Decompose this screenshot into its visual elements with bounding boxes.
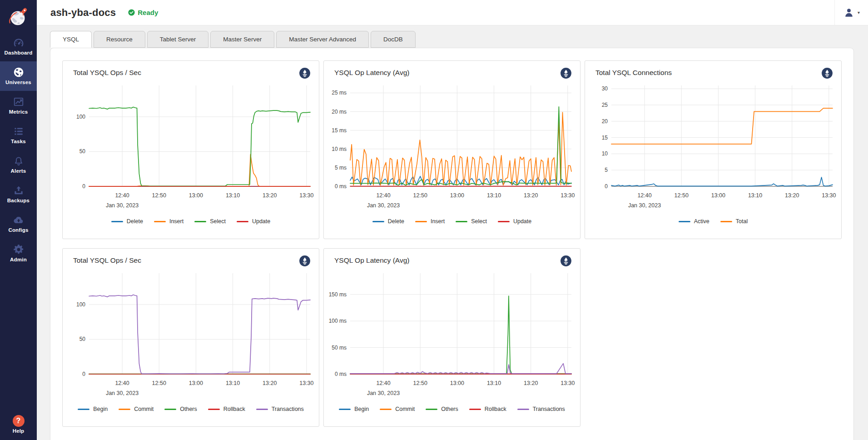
legend-swatch [78,409,89,410]
svg-text:13:30: 13:30 [822,192,836,199]
legend-swatch [119,409,130,410]
legend-item-transactions[interactable]: Transactions [256,406,304,412]
alerts-bell-icon [13,155,25,167]
svg-text:15 ms: 15 ms [332,127,347,134]
sidebar-item-tasks[interactable]: Tasks [0,120,37,150]
sidebar-item-label: Alerts [11,168,26,174]
prometheus-icon[interactable] [560,255,572,269]
svg-text:13:00: 13:00 [711,192,725,199]
svg-text:13:20: 13:20 [263,380,277,386]
legend-label: Update [513,218,531,225]
legend-item-begin[interactable]: Begin [339,406,369,412]
chart-plot-area[interactable]: 05010012:4012:5013:0013:1013:2013:30Jan … [67,269,314,404]
legend-item-insert[interactable]: Insert [154,218,184,225]
tasks-list-icon [13,125,25,137]
prometheus-icon[interactable] [299,67,311,81]
chevron-down-icon: ▾ [858,10,860,15]
legend-item-others[interactable]: Others [164,406,197,412]
chart-plot[interactable]: 05101520253012:4012:5013:0013:1013:2013:… [590,81,837,216]
yugabyte-logo[interactable] [0,0,37,32]
svg-text:12:50: 12:50 [675,192,689,199]
legend-item-update[interactable]: Update [498,218,531,225]
svg-text:12:50: 12:50 [413,380,427,386]
tab-tablet-server[interactable]: Tablet Server [147,31,209,48]
sidebar-item-dashboard[interactable]: Dashboard [0,32,37,61]
legend-swatch [194,221,206,222]
svg-text:13:00: 13:00 [450,192,464,199]
legend-item-update[interactable]: Update [237,218,270,225]
prometheus-icon[interactable] [821,67,833,81]
chart-panel: Total YSQL Connections 05101520253012:40… [585,60,842,239]
tab-master-server-advanced[interactable]: Master Server Advanced [276,31,369,48]
metrics-chart-icon [13,96,25,108]
svg-text:12:50: 12:50 [413,192,427,199]
svg-text:12:40: 12:40 [376,192,390,199]
prometheus-icon[interactable] [560,67,572,81]
legend-item-transactions[interactable]: Transactions [517,406,565,412]
legend-label: Rollback [485,406,506,412]
legend-item-commit[interactable]: Commit [119,406,154,412]
legend-item-rollback[interactable]: Rollback [469,406,506,412]
tab-master-server[interactable]: Master Server [210,31,274,48]
legend-label: Commit [134,406,154,412]
chart-plot[interactable]: 0 ms50 ms100 ms150 ms12:4012:5013:0013:1… [328,269,575,404]
chart-plot[interactable]: 05010012:4012:5013:0013:1013:2013:30Jan … [67,81,314,216]
user-menu[interactable]: ▾ [834,0,868,25]
svg-text:15: 15 [602,135,608,141]
tab-docdb[interactable]: DocDB [371,31,416,48]
svg-text:100 ms: 100 ms [329,318,347,324]
tab-ysql[interactable]: YSQL [50,31,92,48]
svg-text:0: 0 [605,183,608,190]
legend-item-select[interactable]: Select [456,218,487,225]
chart-legend: BeginCommitOthersRollbackTransactions [67,406,314,412]
legend-label: Others [180,406,197,412]
chart-plot-area[interactable]: 05101520253012:4012:5013:0013:1013:2013:… [590,81,837,216]
chart-plot-area[interactable]: 0 ms5 ms10 ms15 ms20 ms25 ms12:4012:5013… [328,81,575,216]
sidebar-item-alerts[interactable]: Alerts [0,150,37,180]
legend-item-active[interactable]: Active [679,218,709,225]
prometheus-icon[interactable] [299,255,311,269]
legend-label: Delete [127,218,143,225]
legend-item-delete[interactable]: Delete [372,218,404,225]
sidebar-item-help[interactable]: ? Help [13,410,25,440]
legend-label: Insert [431,218,445,225]
legend-item-select[interactable]: Select [194,218,226,225]
chart-panel: YSQL Op Latency (Avg) 0 ms5 ms10 ms15 ms… [323,60,580,239]
sidebar-item-metrics[interactable]: Metrics [0,91,37,120]
sidebar-item-universes[interactable]: Universes [0,61,37,91]
sidebar-item-label: Tasks [11,139,26,144]
main-content: YSQLResourceTablet ServerMaster ServerMa… [37,25,868,440]
svg-text:0 ms: 0 ms [335,371,347,377]
svg-text:13:20: 13:20 [524,380,538,386]
legend-item-others[interactable]: Others [426,406,458,412]
legend-item-delete[interactable]: Delete [111,218,143,225]
chart-plot[interactable]: 05010012:4012:5013:0013:1013:2013:30Jan … [67,269,314,404]
sidebar-item-admin[interactable]: Admin [0,239,37,268]
legend-item-total[interactable]: Total [720,218,748,225]
sidebar-item-configs[interactable]: Configs [0,209,37,239]
status-label: Ready [138,9,158,16]
legend-item-rollback[interactable]: Rollback [208,406,245,412]
svg-text:0 ms: 0 ms [335,183,347,190]
svg-text:13:20: 13:20 [524,192,538,199]
legend-item-begin[interactable]: Begin [78,406,108,412]
chart-plot[interactable]: 0 ms5 ms10 ms15 ms20 ms25 ms12:4012:5013… [328,81,575,216]
legend-swatch [498,221,510,222]
legend-label: Commit [395,406,415,412]
universe-globe-icon [13,66,25,78]
legend-item-commit[interactable]: Commit [380,406,415,412]
status-badge: Ready [128,9,158,16]
legend-item-insert[interactable]: Insert [415,218,445,225]
svg-text:13:30: 13:30 [299,380,313,386]
tab-content-card: Total YSQL Ops / Sec 05010012:4012:5013:… [50,48,854,440]
svg-text:13:00: 13:00 [189,380,203,386]
chart-title: Total YSQL Ops / Sec [73,67,141,77]
chart-plot-area[interactable]: 0 ms50 ms100 ms150 ms12:4012:5013:0013:1… [328,269,575,404]
chart-plot-area[interactable]: 05010012:4012:5013:0013:1013:2013:30Jan … [67,81,314,216]
sidebar-item-label: Configs [8,227,28,233]
legend-label: Insert [169,218,184,225]
chart-legend: ActiveTotal [590,218,837,225]
sidebar-item-backups[interactable]: Backups [0,180,37,209]
tab-resource[interactable]: Resource [94,31,145,48]
chart-title: Total YSQL Connections [595,67,672,77]
